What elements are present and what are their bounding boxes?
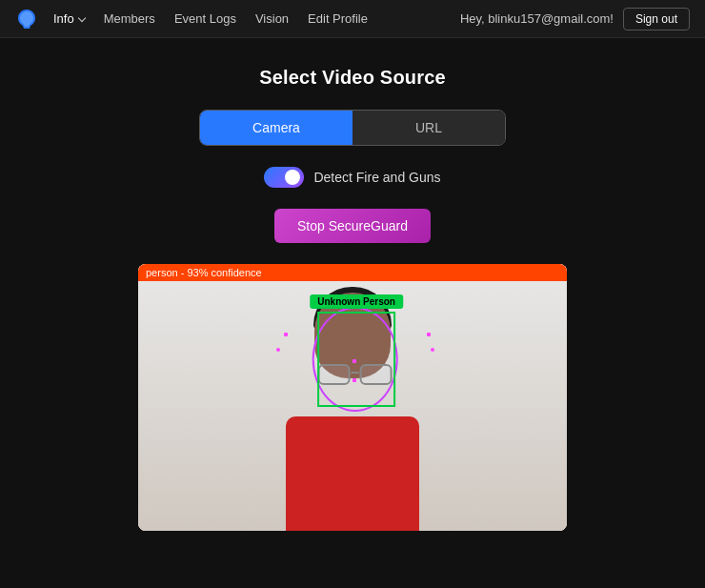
sign-out-button[interactable]: Sign out [623, 8, 690, 30]
person-silhouette: Unknown Person [257, 264, 448, 531]
fire-gun-toggle-row: Detect Fire and Guns [264, 167, 440, 188]
nav-links: Info Members Event Logs Vision Edit Prof… [46, 8, 460, 30]
video-source-selector: Camera URL [199, 110, 506, 146]
face-detection-box: Unknown Person [317, 312, 395, 407]
face-label: Unknown Person [310, 294, 403, 309]
section-title: Select Video Source [259, 67, 446, 89]
landmark-dot [352, 359, 356, 363]
video-container: person - 93% confidence [138, 264, 567, 531]
video-feed: person - 93% confidence [138, 264, 567, 531]
landmark-dot [427, 333, 431, 336]
navbar: Info Members Event Logs Vision Edit Prof… [0, 0, 705, 38]
toggle-label: Detect Fire and Guns [313, 170, 440, 185]
nav-right: Hey, blinku157@gmail.com! Sign out [460, 8, 690, 30]
toggle-slider [264, 167, 304, 188]
camera-source-button[interactable]: Camera [200, 111, 352, 145]
main-content: Select Video Source Camera URL Detect Fi… [0, 38, 705, 550]
fire-gun-toggle[interactable] [264, 167, 304, 188]
stop-secureguard-button[interactable]: Stop SecureGuard [274, 209, 431, 243]
nav-members[interactable]: Members [96, 8, 163, 30]
app-logo-icon [15, 8, 38, 30]
nav-info[interactable]: Info [46, 8, 92, 30]
camera-view: person - 93% confidence [138, 264, 567, 531]
info-chevron-icon [77, 13, 85, 21]
nav-vision[interactable]: Vision [248, 8, 296, 30]
nav-event-logs[interactable]: Event Logs [167, 8, 244, 30]
landmark-dot [276, 348, 280, 352]
landmark-dot [284, 333, 288, 336]
landmark-dot [431, 348, 434, 352]
landmark-dot [352, 378, 356, 382]
nav-edit-profile[interactable]: Edit Profile [300, 8, 375, 30]
body [286, 416, 419, 531]
user-greeting: Hey, blinku157@gmail.com! [460, 11, 614, 26]
url-source-button[interactable]: URL [352, 111, 505, 145]
